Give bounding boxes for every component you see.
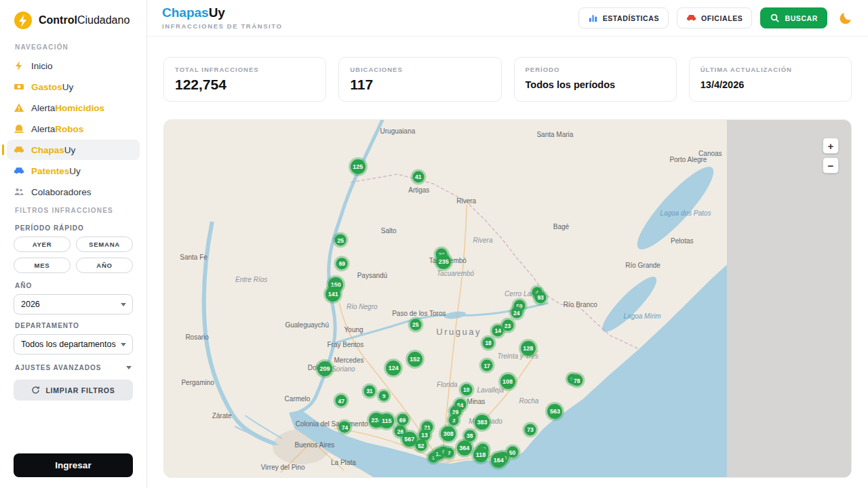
clear-filters-label: Limpiar Filtros	[45, 386, 115, 394]
stat-card: Ubicaciones 117	[338, 57, 501, 102]
map-base	[164, 120, 851, 477]
map-cluster-marker[interactable]: 41	[412, 171, 424, 182]
map-cluster-marker[interactable]: 18	[483, 337, 494, 348]
map-cluster-marker[interactable]: 24	[511, 307, 522, 319]
map-cluster-marker[interactable]: 209	[317, 361, 332, 376]
nav-section-label: Navegación	[0, 39, 146, 55]
sidebar-item-alertarobos[interactable]: AlertaRobos	[7, 119, 140, 139]
stat-card-value: 117	[350, 77, 490, 93]
search-button[interactable]: Buscar	[760, 7, 827, 28]
statistics-button[interactable]: Estadísticas	[578, 7, 669, 28]
moon-icon	[838, 11, 853, 26]
quick-period-label: Período Rápido	[0, 218, 146, 235]
quick-period-semana[interactable]: Semana	[76, 237, 133, 252]
map-cluster-marker[interactable]: 164	[491, 453, 506, 468]
map-cluster-marker[interactable]: 25	[410, 319, 421, 330]
title-block: ChapasUy Infracciones de Tránsito	[162, 6, 283, 30]
quick-period-mes[interactable]: Mes	[14, 258, 71, 273]
sidebar-item-colaboradores[interactable]: Colaboradores	[7, 182, 140, 202]
map-cluster-marker[interactable]: 52	[415, 440, 427, 451]
map-cluster-marker[interactable]: 308	[441, 426, 456, 441]
map-cluster-marker[interactable]: 235	[436, 254, 451, 269]
year-select-wrap: 2026	[14, 294, 133, 314]
map-cluster-marker[interactable]: 364	[457, 441, 472, 455]
stats-row: Total Infracciones 122,754 Ubicaciones 1…	[147, 37, 868, 102]
car-yellow-icon	[14, 144, 24, 155]
officials-button[interactable]: Oficiales	[677, 7, 752, 28]
map-cluster-marker[interactable]: 25	[335, 235, 347, 246]
map-cluster-marker[interactable]: 124	[386, 361, 401, 375]
map-cluster-marker[interactable]: 73	[524, 424, 536, 435]
quick-period-ano[interactable]: Año	[76, 258, 133, 273]
stat-card: Última actualización 13/4/2026	[689, 57, 852, 102]
map-cluster-marker[interactable]: 74	[339, 422, 351, 433]
map-cluster-marker[interactable]: 125	[351, 159, 366, 174]
map-cluster-marker[interactable]: 10	[460, 384, 472, 395]
sidebar-item-chapasuy[interactable]: ChapasUy	[7, 140, 140, 160]
map-cluster-marker[interactable]: 115	[379, 413, 394, 428]
zoom-out-button[interactable]: −	[823, 157, 839, 174]
stat-card-label: Ubicaciones	[350, 66, 490, 73]
app: ControlCiudadano Navegación Inicio Gasto…	[0, 0, 868, 488]
stat-card-label: Total Infracciones	[175, 66, 315, 73]
sidebar-item-patentesuy[interactable]: PatentesUy	[7, 161, 140, 181]
sidebar-item-gastosuy[interactable]: GastosUy	[7, 77, 140, 97]
search-icon	[770, 13, 780, 23]
brand-name-light: Ciudadano	[77, 14, 130, 26]
map-cluster-marker[interactable]: 567	[402, 432, 417, 447]
map-cluster-marker[interactable]: 2	[449, 415, 459, 426]
map-cluster-marker[interactable]: 128	[521, 341, 536, 356]
dark-mode-toggle[interactable]	[838, 11, 853, 26]
filters-section-label: Filtros Infracciones	[0, 203, 146, 218]
department-select[interactable]: Todos los departamentos	[14, 334, 133, 354]
map-cluster-marker[interactable]: 93	[535, 291, 547, 303]
map-cluster-marker[interactable]: 14	[492, 325, 504, 336]
page-subtitle: Infracciones de Tránsito	[162, 22, 283, 30]
map-cluster-marker[interactable]: 563	[547, 404, 562, 419]
zoom-in-button[interactable]: +	[823, 138, 839, 154]
map-cluster-marker[interactable]: 118	[473, 447, 488, 462]
map-cluster-marker[interactable]: 141	[326, 287, 340, 302]
topbar: ChapasUy Infracciones de Tránsito Estadí…	[147, 0, 868, 37]
login-button[interactable]: Ingresar	[14, 453, 133, 477]
map-cluster-marker[interactable]: 7	[444, 448, 454, 458]
year-label: Año	[0, 276, 146, 292]
map-cluster-marker[interactable]: 17	[481, 360, 493, 371]
sidebar-item-alertahomicidios[interactable]: AlertaHomicidios	[7, 98, 140, 118]
lightning-icon	[14, 60, 24, 71]
map[interactable]: UruguaianaSanta MariaCanoasPorto AlegreA…	[163, 119, 852, 478]
map-cluster-marker[interactable]: 38	[464, 430, 475, 441]
map-cluster-marker[interactable]: 69	[397, 414, 408, 426]
chevron-down-icon	[126, 366, 132, 369]
map-cluster-marker[interactable]: 383	[475, 415, 490, 430]
sidebar-item-inicio[interactable]: Inicio	[7, 56, 140, 76]
stat-card-value: Todos los períodos	[526, 79, 665, 90]
money-icon	[14, 81, 24, 92]
map-cluster-marker[interactable]: 152	[408, 352, 422, 367]
header-actions: Estadísticas Oficiales Buscar	[578, 7, 853, 28]
map-cluster-marker[interactable]: 78	[571, 375, 583, 386]
brand-name-bold: Control	[39, 14, 77, 26]
advanced-settings-label: Ajustes Avanzados	[15, 364, 101, 371]
brand-sun-icon	[14, 11, 33, 30]
map-cluster-marker[interactable]: 5	[379, 390, 389, 401]
siren-icon	[14, 123, 24, 134]
page-title: ChapasUy	[162, 6, 283, 20]
advanced-settings-toggle[interactable]: Ajustes Avanzados	[0, 356, 146, 377]
map-cluster-marker[interactable]: 47	[336, 395, 347, 407]
map-cluster-marker[interactable]: 31	[363, 385, 375, 396]
quick-period-ayer[interactable]: Ayer	[14, 237, 71, 252]
brand-name: ControlCiudadano	[39, 14, 130, 26]
stat-card: Período Todos los períodos	[514, 57, 677, 102]
year-select[interactable]: 2026	[14, 294, 133, 314]
clear-filters-button[interactable]: Limpiar Filtros	[14, 380, 133, 401]
map-cluster-marker[interactable]: 69	[336, 258, 348, 269]
refresh-icon	[31, 386, 40, 394]
department-label: Departamento	[0, 316, 146, 332]
car-icon	[686, 13, 696, 23]
map-cluster-marker[interactable]: 108	[500, 374, 515, 389]
car-blue-icon	[14, 165, 24, 176]
main: ChapasUy Infracciones de Tránsito Estadí…	[147, 0, 868, 488]
stat-card-label: Período	[526, 66, 665, 73]
page-title-rest: Uy	[209, 5, 225, 20]
